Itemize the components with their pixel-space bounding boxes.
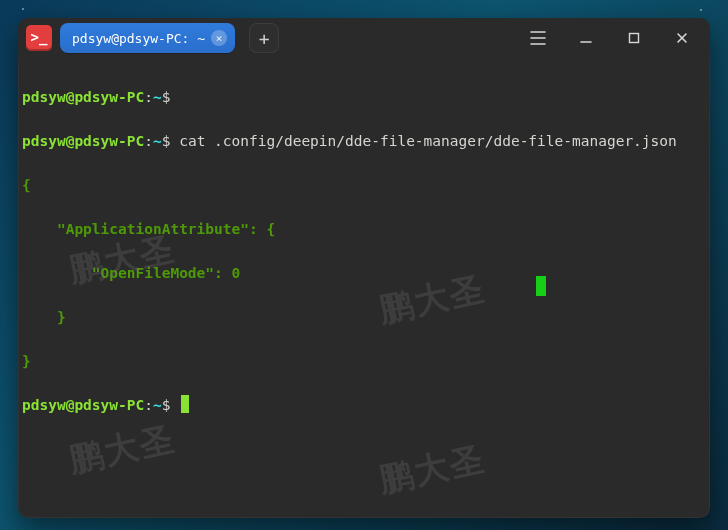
close-button[interactable] (662, 18, 702, 58)
command-text: cat .config/deepin/dde-file-manager/dde-… (179, 133, 677, 149)
watermark-text: 鹏大圣 (377, 447, 487, 491)
prompt-line: pdsyw@pdsyw-PC:~$ cat .config/deepin/dde… (22, 130, 706, 152)
prompt-symbol: $ (162, 89, 171, 105)
minimize-icon (579, 31, 593, 45)
prompt-symbol: $ (162, 397, 171, 413)
prompt-line: pdsyw@pdsyw-PC:~$ (22, 86, 706, 108)
terminal-window: >_ pdsyw@pdsyw-PC: ~ × + pdsyw@pdsyw-PC:… (18, 18, 710, 518)
maximize-button[interactable] (614, 18, 654, 58)
plus-icon: + (259, 28, 270, 49)
prompt-cwd: ~ (153, 133, 162, 149)
prompt-host: pdsyw-PC (74, 397, 144, 413)
tab-close-icon[interactable]: × (211, 30, 227, 46)
prompt-user: pdsyw (22, 397, 66, 413)
prompt-user: pdsyw (22, 133, 66, 149)
output-line: "ApplicationAttribute": { (22, 218, 706, 240)
close-icon (676, 32, 688, 44)
output-line: { (22, 174, 706, 196)
output-line: "OpenFileMode": 0 (22, 262, 706, 284)
prompt-cwd: ~ (153, 89, 162, 105)
prompt-host: pdsyw-PC (74, 133, 144, 149)
menu-button[interactable] (518, 18, 558, 58)
terminal-body[interactable]: pdsyw@pdsyw-PC:~$ pdsyw@pdsyw-PC:~$ cat … (18, 58, 710, 518)
prompt-line: pdsyw@pdsyw-PC:~$ (22, 394, 706, 416)
svg-rect-0 (630, 34, 639, 43)
output-line: } (22, 350, 706, 372)
maximize-icon (628, 32, 640, 44)
cursor-block-artifact (536, 276, 546, 296)
titlebar: >_ pdsyw@pdsyw-PC: ~ × + (18, 18, 710, 58)
new-tab-button[interactable]: + (249, 23, 279, 53)
output-line: } (22, 306, 706, 328)
prompt-host: pdsyw-PC (74, 89, 144, 105)
tab-active[interactable]: pdsyw@pdsyw-PC: ~ × (60, 23, 235, 53)
minimize-button[interactable] (566, 18, 606, 58)
prompt-user: pdsyw (22, 89, 66, 105)
hamburger-icon (530, 31, 546, 45)
prompt-symbol: $ (162, 133, 171, 149)
tab-title: pdsyw@pdsyw-PC: ~ (72, 31, 205, 46)
prompt-cwd: ~ (153, 397, 162, 413)
watermark-text: 鹏大圣 (67, 427, 177, 471)
text-cursor (181, 395, 189, 413)
terminal-app-icon: >_ (26, 25, 52, 51)
